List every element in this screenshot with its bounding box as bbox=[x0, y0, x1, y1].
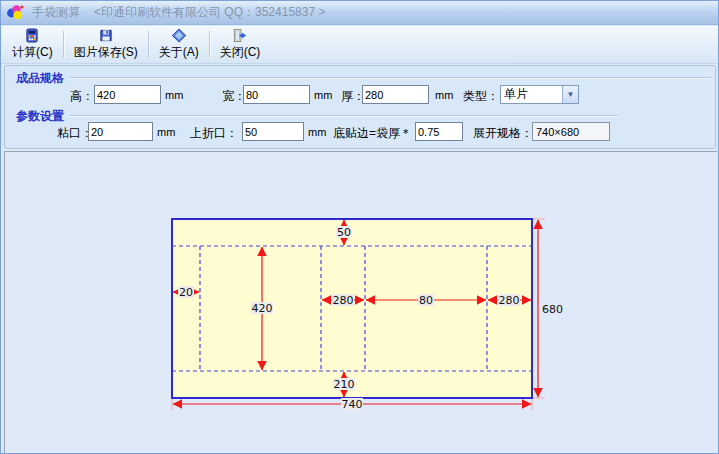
glue-input[interactable] bbox=[88, 122, 153, 141]
height-input[interactable] bbox=[94, 85, 161, 104]
about-button-label: 关于(A) bbox=[159, 44, 199, 61]
chevron-down-icon[interactable]: ▼ bbox=[562, 86, 578, 103]
group-divider bbox=[69, 77, 711, 78]
width-unit: mm bbox=[314, 89, 332, 101]
dim-gusset: 80 bbox=[419, 294, 433, 307]
toolbar-separator bbox=[209, 31, 210, 58]
group-finished-title: 成品规格 bbox=[16, 70, 64, 87]
dim-glue: 20 bbox=[179, 286, 193, 299]
calculate-button[interactable]: 计算(C) bbox=[5, 28, 60, 61]
glue-unit: mm bbox=[157, 126, 175, 138]
save-icon bbox=[98, 28, 114, 43]
dim-panel-right: 280 bbox=[499, 294, 520, 307]
dim-top-fold: 50 bbox=[337, 226, 351, 239]
close-button[interactable]: 关闭(C) bbox=[213, 28, 268, 61]
dim-panel-left: 280 bbox=[333, 294, 354, 307]
thickness-unit: mm bbox=[435, 89, 453, 101]
title-bar: 手袋测算 <印通印刷软件有限公司 QQ：352415837 > bbox=[1, 1, 718, 25]
window-subtitle: <印通印刷软件有限公司 QQ：352415837 > bbox=[94, 4, 325, 21]
thickness-input[interactable] bbox=[362, 85, 429, 104]
dim-total-width: 740 bbox=[342, 398, 363, 411]
bag-layout-diagram: 50 20 420 280 80 280 210 740 680 bbox=[5, 152, 718, 454]
unfold-size-label: 展开规格： bbox=[473, 125, 533, 142]
type-select[interactable]: 单片 ▼ bbox=[500, 85, 579, 104]
app-window: 手袋测算 <印通印刷软件有限公司 QQ：352415837 > 计算(C) 图片… bbox=[0, 0, 719, 454]
calculate-button-label: 计算(C) bbox=[12, 44, 53, 61]
top-fold-input[interactable] bbox=[242, 122, 304, 141]
height-unit: mm bbox=[165, 89, 183, 101]
dim-bottom-paste: 210 bbox=[334, 378, 355, 391]
top-fold-unit: mm bbox=[308, 126, 326, 138]
save-image-button[interactable]: 图片保存(S) bbox=[67, 28, 145, 61]
type-label: 类型： bbox=[463, 88, 499, 105]
toolbar-separator bbox=[63, 31, 64, 58]
app-logo-icon bbox=[6, 4, 25, 21]
calculator-icon bbox=[24, 28, 40, 43]
type-select-value: 单片 bbox=[501, 86, 562, 103]
group-params-title: 参数设置 bbox=[16, 108, 64, 125]
bag-outline bbox=[172, 219, 532, 398]
settings-panel: 成品规格 高： mm 宽： mm 厚： mm 类型： 单片 ▼ 参数设置 粘口：… bbox=[4, 65, 716, 149]
save-image-button-label: 图片保存(S) bbox=[74, 44, 138, 61]
bottom-paste-factor-input[interactable] bbox=[415, 122, 463, 141]
exit-icon bbox=[232, 28, 248, 43]
height-label: 高： bbox=[70, 88, 94, 105]
window-title: 手袋测算 bbox=[32, 4, 80, 21]
about-icon bbox=[171, 28, 187, 43]
width-input[interactable] bbox=[243, 85, 310, 104]
dim-total-height: 680 bbox=[542, 303, 563, 316]
top-fold-label: 上折口： bbox=[190, 125, 238, 142]
dim-height: 420 bbox=[252, 302, 273, 315]
diagram-canvas: 50 20 420 280 80 280 210 740 680 bbox=[4, 151, 717, 453]
about-button[interactable]: 关于(A) bbox=[152, 28, 206, 61]
close-button-label: 关闭(C) bbox=[220, 44, 261, 61]
bottom-paste-label: 底贴边=袋厚＊ bbox=[333, 125, 412, 142]
toolbar-separator bbox=[148, 31, 149, 58]
group-divider bbox=[69, 115, 618, 116]
toolbar: 计算(C) 图片保存(S) 关于(A) bbox=[1, 26, 718, 64]
unfold-size-display: 740×680 bbox=[532, 122, 610, 141]
